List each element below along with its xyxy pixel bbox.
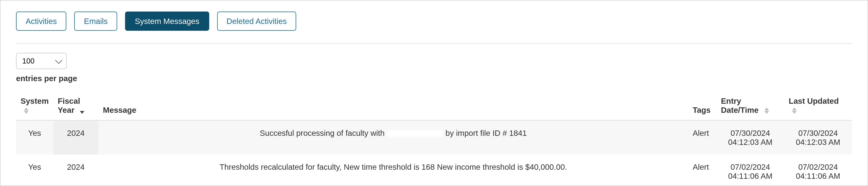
cell-last-updated: 07/02/2024 04:11:06 AM — [784, 155, 852, 186]
col-header-message[interactable]: Message — [98, 91, 688, 120]
cell-tags: Alert — [688, 120, 716, 154]
col-header-last-updated[interactable]: Last Updated — [784, 91, 852, 120]
col-header-message-label: Message — [103, 105, 136, 114]
cell-fiscal-year: 2024 — [53, 155, 98, 186]
col-header-system[interactable]: System — [16, 91, 53, 120]
table-row: Yes 2024 Thresholds recalculated for fac… — [16, 155, 852, 186]
cell-message: Thresholds recalculated for faculty, New… — [98, 155, 688, 186]
tab-activities[interactable]: Activities — [16, 11, 66, 31]
cell-message: Succesful processing of faculty with by … — [98, 120, 688, 154]
tab-system-messages[interactable]: System Messages — [125, 11, 209, 31]
entries-per-page-select[interactable]: 100 — [16, 53, 67, 69]
redacted-text — [387, 130, 443, 137]
entries-per-page-label: entries per page — [16, 74, 852, 83]
cell-tags: Alert — [688, 155, 716, 186]
col-header-fiscal-year[interactable]: Fiscal Year — [53, 91, 98, 120]
tab-deleted-activities[interactable]: Deleted Activities — [217, 11, 297, 31]
col-header-entry-date[interactable]: Entry Date/Time — [716, 91, 784, 120]
sort-icon — [764, 107, 769, 114]
tabs-row: Activities Emails System Messages Delete… — [16, 11, 852, 31]
cell-entry-date: 07/02/2024 04:11:06 AM — [716, 155, 784, 186]
sort-icon — [792, 107, 797, 114]
tab-emails[interactable]: Emails — [74, 11, 117, 31]
sort-icon-desc — [80, 107, 85, 114]
cell-message-part: by import file ID # 1841 — [443, 129, 527, 137]
divider — [16, 43, 852, 44]
cell-last-updated: 07/30/2024 04:12:03 AM — [784, 120, 852, 154]
messages-table: System Fiscal Year Message Tags Entry Da… — [16, 91, 852, 186]
table-row: Yes 2024 Succesful processing of faculty… — [16, 120, 852, 154]
entries-per-page-row: 100 entries per page — [16, 53, 852, 83]
cell-entry-date: 07/30/2024 04:12:03 AM — [716, 120, 784, 154]
col-header-entry-date-label: Entry Date/Time — [721, 96, 758, 114]
cell-fiscal-year: 2024 — [53, 120, 98, 154]
sort-icon — [24, 107, 28, 114]
cell-system: Yes — [16, 155, 53, 186]
col-header-last-updated-label: Last Updated — [789, 96, 839, 105]
col-header-tags[interactable]: Tags — [688, 91, 716, 120]
col-header-tags-label: Tags — [693, 105, 711, 114]
col-header-fiscal-year-label: Fiscal Year — [58, 96, 80, 114]
cell-message-part: Succesful processing of faculty with — [260, 129, 387, 137]
col-header-system-label: System — [21, 96, 49, 105]
cell-system: Yes — [16, 120, 53, 154]
